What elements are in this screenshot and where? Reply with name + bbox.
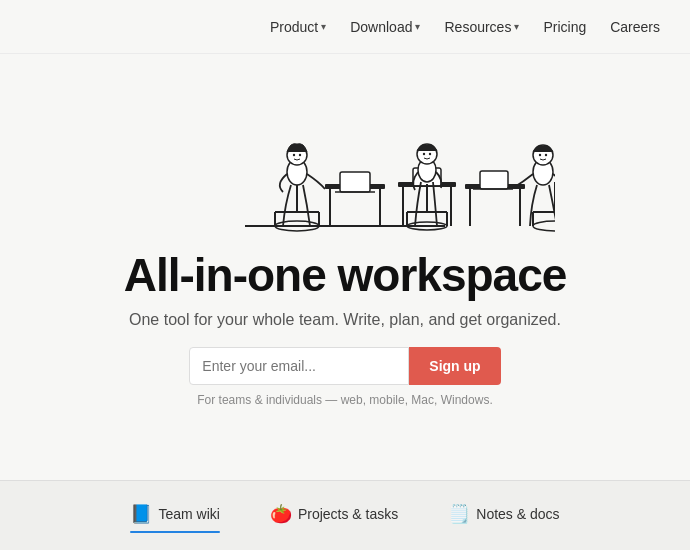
nav-label-pricing: Pricing (543, 19, 586, 35)
svg-rect-32 (480, 171, 508, 189)
projects-tasks-icon: 🍅 (270, 503, 292, 525)
hero-title: All-in-one workspace (124, 250, 567, 301)
nav-item-product[interactable]: Product ▾ (260, 13, 336, 41)
svg-point-27 (423, 153, 425, 155)
notes-docs-icon: 🗒️ (448, 503, 470, 525)
svg-point-28 (429, 153, 431, 155)
email-input[interactable] (189, 347, 409, 385)
nav-label-download: Download (350, 19, 412, 35)
svg-point-8 (293, 154, 295, 156)
chevron-down-icon: ▾ (514, 21, 519, 32)
nav-label-careers: Careers (610, 19, 660, 35)
svg-point-42 (545, 154, 547, 156)
hero-illustration (135, 64, 555, 244)
tab-team-wiki[interactable]: 📘 Team wiki (130, 503, 219, 529)
nav-item-careers[interactable]: Careers (600, 13, 670, 41)
hero-subtitle: One tool for your whole team. Write, pla… (129, 311, 561, 329)
team-wiki-icon: 📘 (130, 503, 152, 525)
navbar: Product ▾ Download ▾ Resources ▾ Pricing… (0, 0, 690, 54)
tab-notes-docs[interactable]: 🗒️ Notes & docs (448, 503, 559, 529)
bottom-tabs: 📘 Team wiki 🍅 Projects & tasks 🗒️ Notes … (0, 480, 690, 550)
nav-item-download[interactable]: Download ▾ (340, 13, 430, 41)
hero-section: All-in-one workspace One tool for your w… (0, 54, 690, 407)
svg-point-34 (533, 221, 555, 231)
nav-item-resources[interactable]: Resources ▾ (434, 13, 529, 41)
tab-notes-docs-label: Notes & docs (476, 506, 559, 522)
tab-projects-tasks-label: Projects & tasks (298, 506, 398, 522)
tab-team-wiki-label: Team wiki (158, 506, 219, 522)
svg-point-9 (299, 154, 301, 156)
nav-items: Product ▾ Download ▾ Resources ▾ Pricing… (260, 13, 670, 41)
nav-item-pricing[interactable]: Pricing (533, 13, 596, 41)
email-form: Sign up (189, 347, 500, 385)
nav-label-resources: Resources (444, 19, 511, 35)
tab-projects-tasks[interactable]: 🍅 Projects & tasks (270, 503, 398, 529)
chevron-down-icon: ▾ (321, 21, 326, 32)
signup-button[interactable]: Sign up (409, 347, 500, 385)
svg-rect-13 (340, 172, 370, 192)
svg-point-41 (539, 154, 541, 156)
nav-label-product: Product (270, 19, 318, 35)
chevron-down-icon: ▾ (415, 21, 420, 32)
for-teams-text: For teams & individuals — web, mobile, M… (197, 393, 492, 407)
